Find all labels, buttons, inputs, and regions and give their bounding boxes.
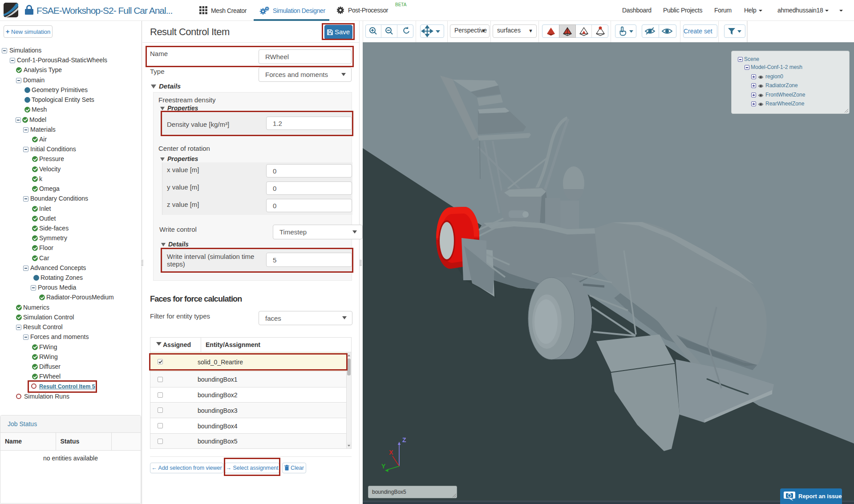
svg-text:Y: Y <box>381 463 386 470</box>
svg-text:Z: Z <box>402 436 406 444</box>
svg-text:X: X <box>389 449 393 456</box>
